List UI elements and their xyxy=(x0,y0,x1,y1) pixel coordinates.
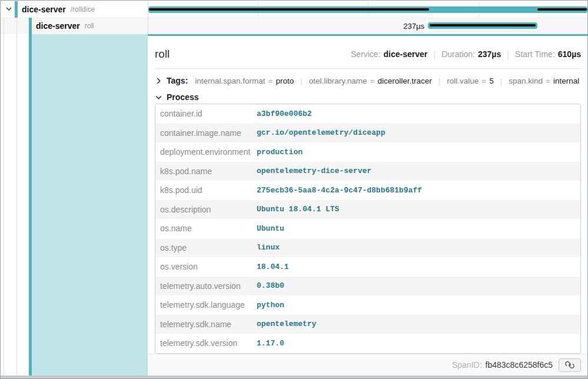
service-label: Service: xyxy=(351,49,381,59)
span-color-bar xyxy=(15,1,18,18)
tag-value: proto xyxy=(276,77,294,85)
span-bar-child[interactable] xyxy=(428,22,537,29)
attribute-value: opentelemetry-dice-server xyxy=(257,167,371,175)
table-row[interactable]: os.nameUbuntu xyxy=(155,219,580,238)
span-operation-name: /rolldice xyxy=(71,5,95,14)
span-row-child[interactable]: dice-server roll xyxy=(36,18,94,34)
attribute-value: 275ecb36-5aa8-4c2a-9c47-d8bb681b9aff xyxy=(257,186,422,195)
header-divider xyxy=(155,68,581,69)
tag-key: span.kind xyxy=(509,77,543,85)
attribute-value: 1.17.0 xyxy=(257,339,284,348)
tags-section-toggle[interactable]: Tags: internal.span.format=proto|otel.li… xyxy=(155,74,581,88)
tag-value: 5 xyxy=(489,77,494,85)
span-operation-name: roll xyxy=(85,22,94,30)
span-row-parent[interactable]: dice-server /rolldice xyxy=(22,1,95,18)
table-row[interactable]: telemetry.sdk.nameopentelemetry xyxy=(155,315,580,334)
chevron-right-icon xyxy=(155,77,162,85)
duration-label: Duration: xyxy=(441,49,475,59)
chevron-down-icon xyxy=(155,94,162,101)
attribute-key: container.id xyxy=(155,109,257,118)
stat-divider: | xyxy=(507,49,509,59)
span-service-name: dice-server xyxy=(36,21,80,31)
tag-equals: = xyxy=(546,77,550,85)
tag-divider: | xyxy=(438,77,441,85)
tag-divider: | xyxy=(500,77,503,85)
spanid-value: fb483c8c6258f6c5 xyxy=(486,360,553,370)
table-row[interactable]: os.descriptionUbuntu 18.04.1 LTS xyxy=(155,200,580,220)
process-section-toggle[interactable]: Process xyxy=(155,91,198,104)
table-row[interactable]: deployment.environmentproduction xyxy=(155,142,580,162)
tree-guide-line xyxy=(16,18,17,375)
attribute-value: opentelemetry xyxy=(257,320,316,328)
tag-divider: | xyxy=(300,77,303,85)
span-service-name: dice-server xyxy=(22,5,66,14)
table-row[interactable]: os.typelinux xyxy=(155,238,580,258)
tag-key: internal.span.format xyxy=(195,77,265,85)
selected-span-fill-block[interactable] xyxy=(32,34,148,375)
stat-divider: | xyxy=(433,49,436,59)
table-row[interactable]: k8s.pod.uid275ecb36-5aa8-4c2a-9c47-d8bb6… xyxy=(155,181,580,200)
attribute-key: deployment.environment xyxy=(155,147,257,157)
attribute-key: telemetry.auto.version xyxy=(155,281,257,291)
link-icon xyxy=(565,360,574,370)
tag-equals: = xyxy=(370,77,375,85)
span-duration-label: 237µs xyxy=(354,22,424,31)
tag-key: otel.library.name xyxy=(309,77,367,85)
attribute-value: gcr.io/opentelemetry/diceapp xyxy=(257,128,385,137)
name-column-divider xyxy=(148,1,148,34)
attribute-value: python xyxy=(257,301,284,310)
table-row[interactable]: os.version18.04.1 xyxy=(155,257,580,277)
attribute-key: telemetry.sdk.language xyxy=(155,300,257,310)
critical-path-segment xyxy=(149,8,429,11)
attribute-key: os.type xyxy=(155,243,257,252)
spanid-label: SpanID: xyxy=(452,360,482,370)
critical-path-segment xyxy=(430,24,536,26)
attribute-key: k8s.pod.uid xyxy=(155,185,257,195)
span-detail-header: roll Service: dice-server | Duration: 23… xyxy=(155,44,581,64)
deep-link-button[interactable] xyxy=(559,358,581,372)
tags-section-label: Tags: xyxy=(167,76,188,85)
critical-path-segment xyxy=(537,8,587,11)
attribute-key: k8s.pod.name xyxy=(155,167,257,176)
table-row[interactable]: telemetry.auto.version0.38b0 xyxy=(155,277,580,296)
process-attributes-table: container.ida3bf90e006b2container.image.… xyxy=(155,104,581,354)
attribute-value: a3bf90e006b2 xyxy=(257,109,312,118)
table-row[interactable]: telemetry.sdk.version1.17.0 xyxy=(155,334,580,353)
tag-key: roll.value xyxy=(447,77,479,85)
span-detail-panel: roll Service: dice-server | Duration: 23… xyxy=(148,34,588,375)
attribute-value: 0.38b0 xyxy=(257,281,284,290)
attribute-key: os.name xyxy=(155,224,257,233)
process-section-label: Process xyxy=(167,92,198,102)
attribute-key: os.description xyxy=(155,205,257,214)
duration-value: 237µs xyxy=(478,49,501,59)
tag-equals: = xyxy=(481,77,486,85)
service-value: dice-server xyxy=(384,49,428,59)
start-time-value: 610µs xyxy=(558,49,581,59)
tag-value: internal xyxy=(553,77,579,85)
attribute-key: container.image.name xyxy=(155,128,257,138)
bottom-scroll-strip[interactable] xyxy=(1,375,588,378)
attribute-key: telemetry.sdk.version xyxy=(155,338,257,348)
start-time-label: Start Time: xyxy=(515,49,555,59)
table-row[interactable]: telemetry.sdk.languagepython xyxy=(155,295,580,315)
attribute-value: linux xyxy=(257,243,280,252)
tags-summary: internal.span.format=proto|otel.library.… xyxy=(195,77,579,85)
trace-detail-view: dice-server /rolldice dice-server roll 2… xyxy=(0,0,588,379)
table-row[interactable]: container.ida3bf90e006b2 xyxy=(155,104,580,124)
tag-value: diceroller.tracer xyxy=(378,77,432,85)
detail-panel-footer: SpanID: fb483c8c6258f6c5 xyxy=(148,354,588,375)
attribute-value: 18.04.1 xyxy=(257,262,289,271)
attribute-value: Ubuntu 18.04.1 LTS xyxy=(257,205,339,214)
tree-guide-line xyxy=(4,18,4,375)
attribute-key: os.version xyxy=(155,262,257,271)
span-bar-parent[interactable] xyxy=(148,6,587,13)
span-stats: Service: dice-server | Duration: 237µs |… xyxy=(351,49,581,59)
table-row[interactable]: container.image.namegcr.io/opentelemetry… xyxy=(155,124,580,143)
attribute-value: production xyxy=(257,148,303,157)
tag-equals: = xyxy=(268,77,273,85)
span-title: roll xyxy=(155,48,170,61)
attribute-key: telemetry.sdk.name xyxy=(155,320,257,329)
chevron-down-icon[interactable] xyxy=(5,5,12,12)
attribute-value: Ubuntu xyxy=(257,224,284,233)
table-row[interactable]: k8s.pod.nameopentelemetry-dice-server xyxy=(155,162,580,181)
